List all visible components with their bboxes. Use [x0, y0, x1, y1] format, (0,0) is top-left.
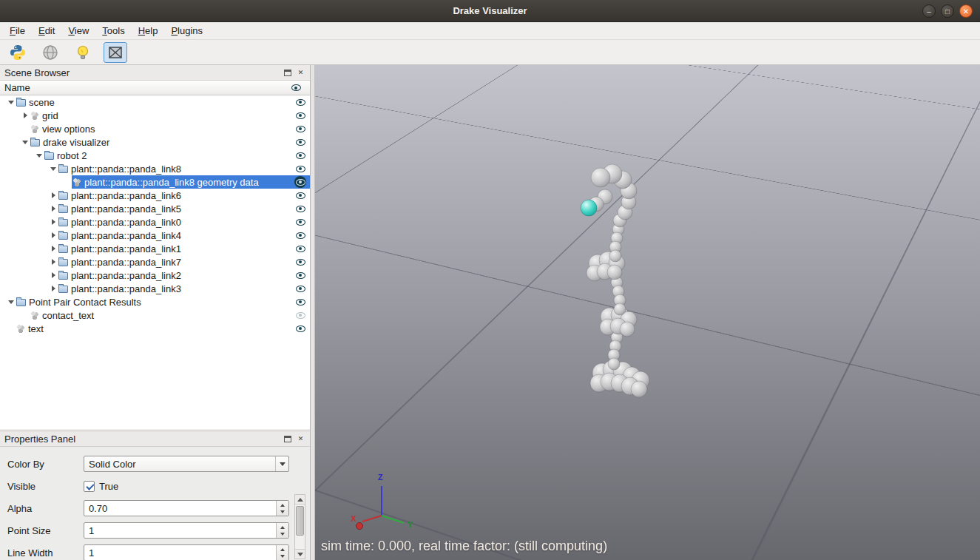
tree-row-view-options[interactable]: view options: [0, 122, 310, 135]
screen-grab-icon: [107, 44, 124, 61]
expander-closed-icon[interactable]: [48, 242, 58, 255]
properties-scrollbar[interactable]: [294, 494, 305, 559]
visibility-eye-icon[interactable]: [294, 309, 306, 321]
scroll-up-arrow[interactable]: [295, 495, 305, 505]
eye-icon: [296, 272, 305, 279]
visibility-eye-icon[interactable]: [294, 123, 306, 135]
lighting-button[interactable]: [71, 42, 95, 63]
tree-row-panda-link2[interactable]: plant::panda::panda_link2: [0, 269, 310, 282]
spin-down-button[interactable]: [277, 508, 288, 516]
tree-row-contact-text[interactable]: contact_text: [0, 308, 310, 322]
tree-row-point-pair-contact-results[interactable]: Point Pair Contact Results: [0, 295, 310, 308]
properties-panel-titlebar[interactable]: Properties Panel ✕: [0, 431, 310, 447]
tree-row-scene[interactable]: scene: [0, 95, 310, 109]
spin-down-button[interactable]: [277, 553, 288, 560]
scene-tree[interactable]: scene grid view options drake visualizer: [0, 95, 310, 429]
eye-icon: [296, 299, 305, 306]
tree-row-panda-link8-geometry-data[interactable]: plant::panda::panda_link8 geometry data: [0, 175, 310, 189]
tree-row-grid[interactable]: grid: [0, 109, 310, 122]
visibility-eye-icon[interactable]: [294, 96, 306, 108]
close-panel-button[interactable]: ✕: [296, 434, 305, 444]
visibility-eye-icon[interactable]: [294, 189, 306, 201]
menu-help[interactable]: Help: [132, 22, 165, 39]
menu-plugins[interactable]: Plugins: [164, 22, 209, 39]
expander-closed-icon[interactable]: [48, 229, 58, 242]
tree-row-panda-link5[interactable]: plant::panda::panda_link5: [0, 202, 310, 215]
expander-open-icon[interactable]: [20, 135, 30, 149]
camera-globe-button[interactable]: [38, 42, 62, 63]
spin-up-button[interactable]: [277, 523, 288, 530]
geometry-icon: [30, 311, 39, 320]
visibility-eye-icon[interactable]: [294, 269, 306, 281]
folder-icon: [44, 152, 54, 160]
tree-row-panda-link8[interactable]: plant::panda::panda_link8: [0, 162, 310, 175]
scene-browser-titlebar[interactable]: Scene Browser ✕: [0, 65, 310, 81]
screen-grab-button[interactable]: [104, 42, 127, 63]
visibility-eye-icon[interactable]: [294, 176, 306, 188]
expander-closed-icon[interactable]: [20, 109, 30, 122]
visibility-eye-icon[interactable]: [294, 149, 306, 161]
menu-tools[interactable]: Tools: [95, 22, 131, 39]
visibility-eye-icon[interactable]: [294, 229, 306, 241]
close-button[interactable]: ✕: [959, 4, 973, 18]
tree-row-drake-visualizer[interactable]: drake visualizer: [0, 135, 310, 149]
tree-row-panda-link1[interactable]: plant::panda::panda_link1: [0, 242, 310, 255]
visibility-eye-icon[interactable]: [294, 243, 306, 254]
line-width-spinbox[interactable]: 1: [84, 544, 289, 560]
expander-closed-icon[interactable]: [48, 282, 58, 295]
close-panel-button[interactable]: ✕: [296, 68, 305, 78]
spinbox-value[interactable]: 1: [84, 523, 276, 538]
tree-row-panda-link3[interactable]: plant::panda::panda_link3: [0, 282, 310, 295]
end-effector-sphere[interactable]: [581, 200, 597, 216]
expander-open-icon[interactable]: [48, 162, 58, 175]
maximize-button[interactable]: □: [941, 4, 954, 18]
menu-file[interactable]: File: [3, 22, 32, 39]
tree-row-panda-link0[interactable]: plant::panda::panda_link0: [0, 215, 310, 229]
menu-view[interactable]: View: [61, 22, 95, 39]
visibility-eye-icon[interactable]: [294, 256, 306, 268]
tree-row-robot-2[interactable]: robot 2: [0, 149, 310, 162]
expander-open-icon[interactable]: [6, 295, 16, 308]
tree-row-panda-link6[interactable]: plant::panda::panda_link6: [0, 189, 310, 202]
expander-closed-icon[interactable]: [48, 215, 58, 229]
scroll-down-arrow[interactable]: [295, 549, 305, 559]
expander-open-icon[interactable]: [34, 149, 44, 162]
color-by-combobox[interactable]: Solid Color: [84, 456, 289, 472]
python-console-button[interactable]: [6, 42, 30, 63]
panda-robot-render[interactable]: [559, 150, 692, 416]
tree-row-text[interactable]: text: [0, 322, 310, 335]
3d-viewport[interactable]: Z Y X sim time: 0.000, real time factor:…: [315, 65, 980, 560]
menu-edit[interactable]: Edit: [32, 22, 61, 39]
minimize-button[interactable]: –: [922, 4, 936, 18]
tree-row-panda-link4[interactable]: plant::panda::panda_link4: [0, 229, 310, 242]
visibility-eye-icon[interactable]: [294, 296, 306, 308]
scrollbar-thumb[interactable]: [296, 506, 304, 536]
undock-panel-button[interactable]: [283, 68, 292, 78]
expander-closed-icon[interactable]: [48, 189, 58, 202]
title-bar[interactable]: Drake Visualizer – □ ✕: [0, 0, 980, 22]
visibility-eye-icon[interactable]: [294, 323, 306, 334]
spin-up-button[interactable]: [277, 501, 288, 508]
expander-open-icon[interactable]: [6, 95, 16, 109]
tree-column-header[interactable]: Name: [0, 81, 310, 95]
visibility-eye-icon[interactable]: [294, 203, 306, 215]
property-label: Color By: [7, 459, 84, 470]
point-size-spinbox[interactable]: 1: [84, 522, 289, 539]
spinbox-value[interactable]: 1: [84, 545, 276, 560]
visibility-eye-icon[interactable]: [294, 216, 306, 228]
expander-closed-icon[interactable]: [48, 202, 58, 215]
undock-panel-button[interactable]: [283, 434, 292, 444]
checkbox-checked-icon[interactable]: [84, 481, 95, 492]
spin-down-button[interactable]: [277, 530, 288, 538]
visibility-eye-icon[interactable]: [294, 109, 306, 121]
visible-checkbox[interactable]: True: [84, 481, 118, 492]
expander-closed-icon[interactable]: [48, 269, 58, 282]
visibility-eye-icon[interactable]: [294, 283, 306, 294]
visibility-eye-icon[interactable]: [294, 136, 306, 148]
alpha-spinbox[interactable]: 0.70: [84, 500, 289, 516]
spinbox-value[interactable]: 0.70: [84, 501, 276, 516]
visibility-eye-icon[interactable]: [294, 163, 306, 175]
expander-closed-icon[interactable]: [48, 255, 58, 269]
tree-row-panda-link7[interactable]: plant::panda::panda_link7: [0, 255, 310, 269]
spin-up-button[interactable]: [277, 545, 288, 553]
